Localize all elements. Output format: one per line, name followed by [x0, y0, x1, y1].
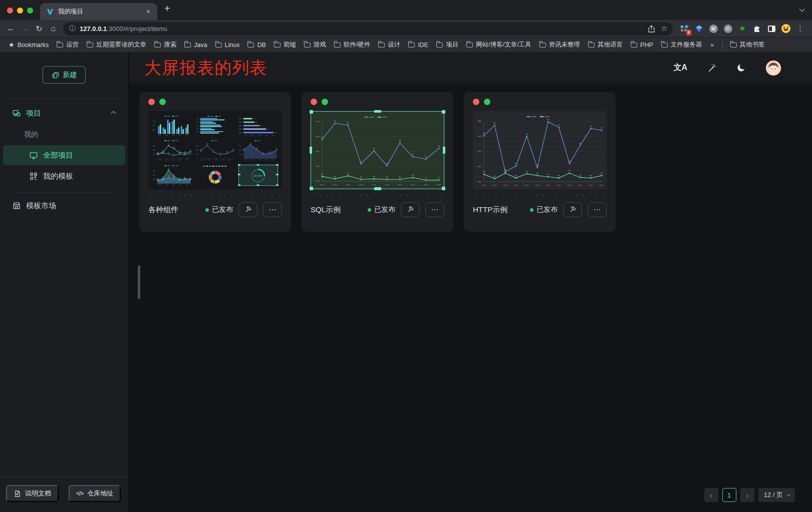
- minimize-window-button[interactable]: [17, 8, 23, 14]
- selection-handle[interactable]: [442, 187, 445, 190]
- extension-green-star-icon[interactable]: ✶: [737, 23, 748, 34]
- more-actions-button[interactable]: [425, 202, 444, 217]
- chevron-up-icon[interactable]: [111, 111, 116, 117]
- prev-page-button[interactable]: ‹: [704, 488, 718, 502]
- magic-wand-icon[interactable]: [707, 64, 716, 73]
- status-dot-icon: [368, 208, 371, 212]
- project-thumbnail-chart[interactable]: [311, 111, 444, 189]
- red-dot-icon: [473, 99, 479, 105]
- new-tab-button[interactable]: +: [157, 3, 177, 18]
- ellipsis-icon: [594, 209, 601, 211]
- dark-mode-moon-icon[interactable]: [736, 63, 746, 73]
- project-thumbnail-chart[interactable]: [473, 111, 607, 189]
- repo-button[interactable]: </> 仓库地址: [69, 485, 121, 502]
- bookmark-folder[interactable]: 文件服务器: [658, 39, 706, 51]
- extension-dot-icon[interactable]: [722, 23, 733, 34]
- browser-tab[interactable]: 我的项目 ×: [40, 3, 157, 20]
- bookmark-label: IDE: [418, 42, 428, 49]
- edit-project-button[interactable]: [238, 202, 257, 217]
- bookmark-folder[interactable]: 运营: [53, 39, 82, 51]
- home-button[interactable]: ⌂: [46, 22, 60, 36]
- bookmark-folder[interactable]: 项目: [433, 39, 462, 51]
- extensions-puzzle-icon[interactable]: [751, 23, 762, 34]
- bookmark-folder[interactable]: DB: [244, 40, 269, 50]
- mini-chart-hbar: [195, 115, 235, 137]
- bookmark-folder[interactable]: 游戏: [301, 39, 330, 51]
- user-avatar[interactable]: [766, 61, 781, 76]
- new-project-button[interactable]: 新建: [43, 66, 86, 84]
- bookmark-star-icon[interactable]: ☆: [658, 22, 671, 35]
- forward-button[interactable]: →: [18, 22, 32, 36]
- profile-avatar-icon[interactable]: [780, 23, 791, 34]
- tab-close-icon[interactable]: ×: [144, 8, 152, 16]
- sidebar-item-my-templates[interactable]: 我的模板: [3, 166, 125, 186]
- selection-handle[interactable]: [310, 110, 313, 114]
- language-icon[interactable]: 文A: [673, 63, 687, 73]
- other-bookmarks[interactable]: 其他书签: [727, 39, 768, 51]
- more-actions-button[interactable]: [263, 202, 282, 217]
- bookmark-label: 前端: [284, 41, 296, 49]
- mini-chart-line: [195, 139, 235, 161]
- bookmarks-divider: [722, 41, 723, 49]
- selection-handle[interactable]: [310, 187, 313, 190]
- mini-chart-donut: [195, 164, 235, 186]
- sidebar-item-all-projects[interactable]: 全部项目: [3, 145, 125, 165]
- url-host: 127.0.0.1: [80, 25, 107, 33]
- macos-traffic-lights[interactable]: [0, 8, 40, 20]
- bookmark-folder[interactable]: 网站/博客/文章/工具: [463, 39, 534, 51]
- site-info-icon[interactable]: ⓘ: [69, 24, 76, 33]
- back-button[interactable]: ←: [4, 22, 18, 36]
- reload-button[interactable]: ↻: [32, 22, 46, 36]
- selection-handle[interactable]: [442, 110, 445, 114]
- status-badge: 已发布: [368, 205, 395, 214]
- next-page-button[interactable]: ›: [740, 488, 754, 502]
- bookmark-folder[interactable]: Java: [181, 40, 210, 50]
- extension-command-icon[interactable]: ⌘: [708, 23, 719, 34]
- project-card[interactable]: HTTP示例 已发布: [464, 92, 616, 232]
- tab-search-chevron-icon[interactable]: [799, 6, 804, 12]
- extension-grid-icon[interactable]: 9: [679, 23, 690, 34]
- share-icon[interactable]: [645, 22, 658, 35]
- scrollbar-thumb[interactable]: [138, 265, 140, 299]
- project-card[interactable]: SQL示例 已发布: [302, 92, 453, 232]
- monitor-icon: [29, 151, 38, 160]
- address-bar[interactable]: ⓘ 127.0.0.1:3000/#/project/items ☆: [63, 22, 673, 36]
- sidebar-section-projects[interactable]: 项目: [7, 103, 121, 123]
- bookmark-folder[interactable]: 资讯未整理: [536, 39, 584, 51]
- selection-handle[interactable]: [374, 187, 381, 190]
- project-card[interactable]: 25.00% 各种组件 已发布: [139, 92, 291, 232]
- bookmark-label: 运营: [66, 41, 79, 49]
- extension-gem-icon[interactable]: [693, 23, 704, 34]
- bookmark-folder[interactable]: Linux: [212, 40, 243, 50]
- selection-handle[interactable]: [443, 147, 445, 154]
- bookmark-folder[interactable]: 搜索: [151, 39, 180, 51]
- bookmark-folder[interactable]: PHP: [627, 40, 657, 50]
- url-text[interactable]: 127.0.0.1:3000/#/project/items: [80, 25, 645, 33]
- bookmarks-overflow-chevron[interactable]: »: [706, 41, 718, 49]
- more-actions-button[interactable]: [588, 202, 607, 217]
- selection-handle[interactable]: [374, 110, 381, 113]
- browser-menu-icon[interactable]: ⋮: [794, 24, 808, 33]
- edit-project-button[interactable]: [401, 202, 420, 217]
- close-window-button[interactable]: [7, 8, 13, 14]
- zoom-window-button[interactable]: [27, 8, 33, 14]
- edit-project-button[interactable]: [563, 202, 582, 217]
- screen: 我的项目 × + ← → ↻ ⌂ ⓘ 127.0.0.1:3000/#/proj…: [0, 0, 812, 512]
- bookmark-folder[interactable]: 其他语言: [585, 39, 626, 51]
- selection-handle[interactable]: [310, 147, 312, 154]
- bookmark-folder[interactable]: 软件/硬件: [331, 39, 374, 51]
- bookmarks-root[interactable]: ★ Bookmarks: [5, 40, 52, 50]
- page-size-select[interactable]: 12 / 页: [758, 488, 795, 502]
- current-page-button[interactable]: 1: [722, 488, 736, 502]
- sidebar-item-template-market[interactable]: 模板市场: [7, 196, 121, 216]
- docs-button[interactable]: 说明文档: [6, 485, 59, 502]
- bookmark-folder[interactable]: 近期需要读的文章: [83, 39, 150, 51]
- docs-button-label: 说明文档: [25, 489, 51, 498]
- bookmark-folder[interactable]: 设计: [375, 39, 404, 51]
- project-thumbnail-chart[interactable]: 25.00%: [148, 111, 282, 189]
- ellipsis-icon: [432, 209, 438, 211]
- bookmark-folder[interactable]: 前端: [270, 39, 300, 51]
- bookmark-folder[interactable]: IDE: [405, 40, 432, 50]
- side-panel-icon[interactable]: [766, 23, 777, 34]
- hammer-icon: [569, 206, 577, 214]
